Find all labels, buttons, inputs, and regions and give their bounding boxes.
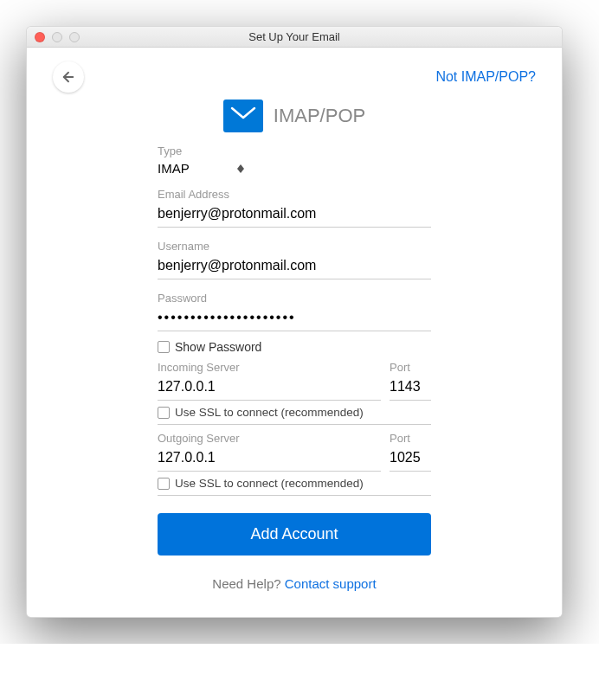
incoming-server-field[interactable] xyxy=(158,374,381,401)
email-field[interactable] xyxy=(158,201,431,228)
type-label: Type xyxy=(158,144,431,157)
password-field[interactable]: ••••••••••••••••••••• xyxy=(158,305,431,331)
email-label: Email Address xyxy=(158,188,431,201)
footer: Need Help? Contact support xyxy=(158,576,431,591)
form: Type IMAP Email Address Username Passwor… xyxy=(158,144,431,591)
outgoing-ssl-label: Use SSL to connect (recommended) xyxy=(175,477,364,490)
outgoing-port-label: Port xyxy=(390,432,431,445)
maximize-window-button[interactable] xyxy=(69,32,80,42)
outgoing-ssl-checkbox[interactable] xyxy=(158,478,170,490)
outgoing-port-field[interactable] xyxy=(390,445,431,472)
close-window-button[interactable] xyxy=(35,32,45,42)
content: Not IMAP/POP? IMAP/POP Type IMAP Email A… xyxy=(27,48,562,617)
back-button[interactable] xyxy=(53,61,84,93)
titlebar: Set Up Your Email xyxy=(27,27,562,48)
not-imap-link[interactable]: Not IMAP/POP? xyxy=(435,69,536,85)
help-text: Need Help? xyxy=(212,576,284,591)
outgoing-ssl-row: Use SSL to connect (recommended) xyxy=(158,477,431,496)
outgoing-server-field[interactable] xyxy=(158,445,381,472)
username-label: Username xyxy=(158,240,431,253)
username-field[interactable] xyxy=(158,253,431,279)
incoming-ssl-label: Use SSL to connect (recommended) xyxy=(175,406,364,419)
show-password-row: Show Password xyxy=(158,340,431,354)
show-password-checkbox[interactable] xyxy=(158,341,170,353)
incoming-ssl-row: Use SSL to connect (recommended) xyxy=(158,406,431,425)
contact-support-link[interactable]: Contact support xyxy=(285,576,377,591)
minimize-window-button[interactable] xyxy=(52,32,62,42)
window-controls xyxy=(35,32,80,42)
incoming-port-label: Port xyxy=(390,361,431,374)
incoming-ssl-checkbox[interactable] xyxy=(158,407,170,419)
arrow-left-icon xyxy=(61,69,76,85)
incoming-port-field[interactable] xyxy=(390,374,431,401)
type-select[interactable]: IMAP xyxy=(158,161,244,176)
add-account-button[interactable]: Add Account xyxy=(158,513,431,556)
type-value: IMAP xyxy=(158,161,190,176)
outgoing-server-label: Outgoing Server xyxy=(158,432,381,445)
password-label: Password xyxy=(158,292,431,305)
incoming-server-label: Incoming Server xyxy=(158,361,381,374)
window: Set Up Your Email Not IMAP/POP? IMAP/POP… xyxy=(26,26,563,618)
updown-icon xyxy=(237,164,244,173)
heading-text: IMAP/POP xyxy=(274,105,365,127)
page-heading: IMAP/POP xyxy=(53,100,536,132)
window-title: Set Up Your Email xyxy=(27,30,562,43)
show-password-label: Show Password xyxy=(175,340,261,354)
mail-icon xyxy=(223,100,263,132)
